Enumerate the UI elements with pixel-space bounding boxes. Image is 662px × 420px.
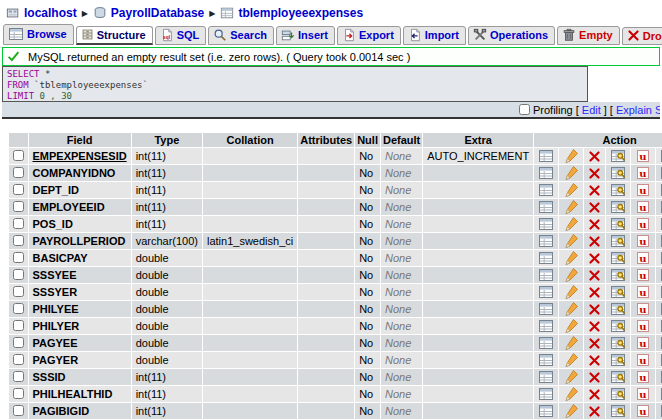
action-change-icon[interactable] xyxy=(559,267,584,284)
action-change-icon[interactable] xyxy=(559,165,584,182)
action-unique-icon[interactable]: u xyxy=(631,284,656,301)
action-browse-icon[interactable] xyxy=(534,386,559,403)
action-change-icon[interactable] xyxy=(559,369,584,386)
action-change-icon[interactable] xyxy=(559,199,584,216)
action-unique-icon[interactable]: u xyxy=(631,216,656,233)
action-unique-icon[interactable]: u xyxy=(631,318,656,335)
action-unique-icon[interactable]: u xyxy=(631,369,656,386)
action-index-icon[interactable] xyxy=(656,318,662,335)
row-checkbox[interactable] xyxy=(13,235,24,246)
action-browse-icon[interactable] xyxy=(534,369,559,386)
action-unique-icon[interactable]: u xyxy=(631,148,656,165)
action-index-icon[interactable] xyxy=(656,386,662,403)
row-checkbox[interactable] xyxy=(13,184,24,195)
action-index-icon[interactable] xyxy=(656,352,662,369)
action-drop-icon[interactable] xyxy=(584,148,606,165)
action-index-icon[interactable] xyxy=(656,199,662,216)
tab-empty[interactable]: Empty xyxy=(557,26,620,45)
action-drop-icon[interactable] xyxy=(584,165,606,182)
action-change-icon[interactable] xyxy=(559,386,584,403)
profiling-checkbox[interactable] xyxy=(519,104,530,115)
tab-search[interactable]: Search xyxy=(208,26,274,45)
action-primary-icon[interactable] xyxy=(606,250,631,267)
action-primary-icon[interactable] xyxy=(606,267,631,284)
action-change-icon[interactable] xyxy=(559,335,584,352)
action-primary-icon[interactable] xyxy=(606,403,631,420)
tab-export[interactable]: Export xyxy=(337,26,401,45)
action-change-icon[interactable] xyxy=(559,301,584,318)
action-primary-icon[interactable] xyxy=(606,233,631,250)
row-checkbox[interactable] xyxy=(13,286,24,297)
action-unique-icon[interactable]: u xyxy=(631,335,656,352)
action-browse-icon[interactable] xyxy=(534,352,559,369)
action-browse-icon[interactable] xyxy=(534,301,559,318)
action-drop-icon[interactable] xyxy=(584,318,606,335)
action-index-icon[interactable] xyxy=(656,216,662,233)
row-checkbox[interactable] xyxy=(13,405,24,416)
action-index-icon[interactable] xyxy=(656,233,662,250)
action-change-icon[interactable] xyxy=(559,403,584,420)
explain-sql-link[interactable]: Explain SQ xyxy=(616,104,660,116)
action-change-icon[interactable] xyxy=(559,148,584,165)
action-primary-icon[interactable] xyxy=(606,301,631,318)
action-primary-icon[interactable] xyxy=(606,386,631,403)
action-change-icon[interactable] xyxy=(559,318,584,335)
action-browse-icon[interactable] xyxy=(534,318,559,335)
row-checkbox[interactable] xyxy=(13,388,24,399)
action-change-icon[interactable] xyxy=(559,250,584,267)
row-checkbox[interactable] xyxy=(13,337,24,348)
action-index-icon[interactable] xyxy=(656,335,662,352)
action-browse-icon[interactable] xyxy=(534,335,559,352)
action-unique-icon[interactable]: u xyxy=(631,301,656,318)
action-browse-icon[interactable] xyxy=(534,233,559,250)
action-drop-icon[interactable] xyxy=(584,352,606,369)
tab-drop[interactable]: Drop xyxy=(622,27,662,45)
action-drop-icon[interactable] xyxy=(584,216,606,233)
action-unique-icon[interactable]: u xyxy=(631,199,656,216)
action-drop-icon[interactable] xyxy=(584,386,606,403)
action-unique-icon[interactable]: u xyxy=(631,386,656,403)
action-drop-icon[interactable] xyxy=(584,182,606,199)
breadcrumb-link-payrolldatabase[interactable]: PayrollDatabase xyxy=(111,6,204,20)
action-index-icon[interactable] xyxy=(656,369,662,386)
action-browse-icon[interactable] xyxy=(534,216,559,233)
row-checkbox[interactable] xyxy=(13,320,24,331)
action-primary-icon[interactable] xyxy=(606,182,631,199)
action-drop-icon[interactable] xyxy=(584,267,606,284)
action-browse-icon[interactable] xyxy=(534,403,559,420)
action-primary-icon[interactable] xyxy=(606,216,631,233)
action-browse-icon[interactable] xyxy=(534,250,559,267)
action-primary-icon[interactable] xyxy=(606,318,631,335)
action-change-icon[interactable] xyxy=(559,216,584,233)
action-index-icon[interactable] xyxy=(656,403,662,420)
action-drop-icon[interactable] xyxy=(584,403,606,420)
tab-browse[interactable]: Browse xyxy=(3,24,74,45)
row-checkbox[interactable] xyxy=(13,269,24,280)
action-index-icon[interactable] xyxy=(656,250,662,267)
row-checkbox[interactable] xyxy=(13,167,24,178)
action-browse-icon[interactable] xyxy=(534,148,559,165)
action-primary-icon[interactable] xyxy=(606,148,631,165)
action-primary-icon[interactable] xyxy=(606,284,631,301)
action-browse-icon[interactable] xyxy=(534,182,559,199)
action-browse-icon[interactable] xyxy=(534,165,559,182)
tab-operations[interactable]: Operations xyxy=(468,26,555,45)
action-index-icon[interactable] xyxy=(656,267,662,284)
tab-insert[interactable]: Insert xyxy=(276,26,335,45)
action-primary-icon[interactable] xyxy=(606,199,631,216)
tab-import[interactable]: Import xyxy=(403,26,466,45)
action-unique-icon[interactable]: u xyxy=(631,165,656,182)
action-unique-icon[interactable]: u xyxy=(631,250,656,267)
action-drop-icon[interactable] xyxy=(584,369,606,386)
action-drop-icon[interactable] xyxy=(584,335,606,352)
action-primary-icon[interactable] xyxy=(606,352,631,369)
tab-structure[interactable]: Structure xyxy=(76,26,153,45)
action-unique-icon[interactable]: u xyxy=(631,182,656,199)
action-change-icon[interactable] xyxy=(559,284,584,301)
action-unique-icon[interactable]: u xyxy=(631,267,656,284)
action-index-icon[interactable] xyxy=(656,165,662,182)
action-change-icon[interactable] xyxy=(559,182,584,199)
action-browse-icon[interactable] xyxy=(534,284,559,301)
breadcrumb-link-localhost[interactable]: localhost xyxy=(24,6,77,20)
edit-query-link[interactable]: Edit xyxy=(582,104,601,116)
